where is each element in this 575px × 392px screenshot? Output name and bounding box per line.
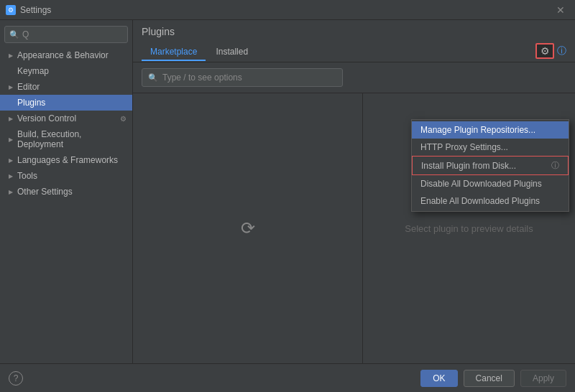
chevron-right-icon: ▶ (9, 157, 13, 164)
window-title: Settings (20, 5, 51, 15)
ok-button[interactable]: OK (420, 370, 457, 387)
tab-installed[interactable]: Installed (207, 44, 257, 61)
help-button[interactable]: ? (9, 371, 23, 386)
sidebar-item-label: Editor (17, 82, 40, 92)
dropdown-menu: Manage Plugin Repositories... HTTP Proxy… (411, 119, 569, 212)
sidebar-item-appearance[interactable]: ▶ Appearance & Behavior (0, 47, 132, 63)
sidebar-search-input[interactable] (22, 29, 123, 39)
chevron-right-icon: ▶ (9, 84, 13, 90)
tabs-row: Marketplace Installed ⚙ ⓘ (142, 43, 566, 62)
gear-icon: ⚙ (540, 45, 550, 57)
footer-left: ? (9, 371, 23, 386)
dropdown-item-enable-all[interactable]: Enable All Downloaded Plugins (412, 192, 569, 210)
footer: ? OK Cancel Apply (0, 363, 575, 392)
version-control-badge: ⚙ (120, 115, 126, 123)
plugin-search-inner[interactable]: 🔍 (142, 68, 343, 87)
loading-spinner: ⟳ (241, 218, 255, 238)
search-icon: 🔍 (9, 30, 19, 39)
title-bar-left: ⚙ Settings (6, 5, 51, 15)
chevron-right-icon: ▶ (9, 52, 13, 59)
sidebar-item-label: Version Control (17, 113, 76, 123)
cancel-button[interactable]: Cancel (464, 370, 515, 387)
sidebar-item-label: Other Settings (17, 187, 73, 197)
chevron-right-icon: ▶ (9, 173, 13, 179)
dropdown-item-disable-all[interactable]: Disable All Downloaded Plugins (412, 175, 569, 192)
footer-right: OK Cancel Apply (420, 370, 566, 387)
sidebar-item-editor[interactable]: ▶ Editor (0, 79, 132, 95)
sidebar-item-tools[interactable]: ▶ Tools (0, 168, 132, 184)
dropdown-item-label: Install Plugin from Disk... (421, 161, 516, 171)
search-icon: 🔍 (148, 73, 158, 83)
sidebar-item-languages[interactable]: ▶ Languages & Frameworks (0, 152, 132, 168)
content-header: Plugins Marketplace Installed ⚙ ⓘ (133, 20, 575, 62)
dropdown-item-label: Disable All Downloaded Plugins (420, 179, 542, 189)
chevron-right-icon: ▶ (9, 136, 13, 143)
sidebar-item-keymap[interactable]: Keymap (0, 63, 132, 79)
title-bar: ⚙ Settings ✕ (0, 0, 575, 20)
plugin-body: ⟳ Select plugin to preview details Manag… (133, 93, 575, 363)
app-icon: ⚙ (6, 5, 16, 15)
content-title: Plugins (142, 26, 566, 37)
sidebar-item-label: Appearance & Behavior (17, 50, 109, 60)
sidebar: 🔍 ▶ Appearance & Behavior Keymap ▶ Edito… (0, 20, 133, 363)
chevron-right-icon: ▶ (9, 116, 13, 122)
sidebar-search-bar[interactable]: 🔍 (4, 26, 128, 43)
chevron-right-icon: ▶ (9, 189, 13, 195)
tabs-actions: ⚙ ⓘ (535, 43, 566, 62)
sidebar-item-label: Plugins (17, 98, 45, 108)
sidebar-item-label: Build, Execution, Deployment (17, 129, 126, 149)
plugin-search-input[interactable] (162, 73, 336, 83)
plugin-search-bar: 🔍 (133, 62, 575, 93)
content-area: Plugins Marketplace Installed ⚙ ⓘ 🔍 (133, 20, 575, 363)
close-button[interactable]: ✕ (552, 3, 569, 17)
sidebar-item-label: Tools (17, 171, 37, 181)
tab-marketplace[interactable]: Marketplace (142, 44, 206, 61)
sidebar-item-label: Languages & Frameworks (17, 155, 118, 165)
main-container: 🔍 ▶ Appearance & Behavior Keymap ▶ Edito… (0, 20, 575, 363)
dropdown-item-label: HTTP Proxy Settings... (420, 142, 508, 152)
sidebar-item-other[interactable]: ▶ Other Settings (0, 184, 132, 200)
dropdown-item-shortcut: ⓘ (551, 160, 559, 171)
plugin-list: ⟳ (133, 93, 363, 363)
sidebar-item-label: Keymap (17, 66, 49, 76)
dropdown-item-manage-repos[interactable]: Manage Plugin Repositories... (412, 121, 569, 139)
info-icon[interactable]: ⓘ (557, 45, 566, 57)
dropdown-item-label: Enable All Downloaded Plugins (420, 196, 540, 206)
sidebar-item-build[interactable]: ▶ Build, Execution, Deployment (0, 126, 132, 152)
dropdown-item-install-disk[interactable]: Install Plugin from Disk... ⓘ (412, 156, 569, 175)
sidebar-item-version-control[interactable]: ▶ Version Control ⚙ (0, 111, 132, 126)
apply-button[interactable]: Apply (520, 370, 566, 387)
dropdown-item-http-proxy[interactable]: HTTP Proxy Settings... (412, 139, 569, 156)
gear-settings-button[interactable]: ⚙ (535, 43, 554, 59)
sidebar-item-plugins[interactable]: Plugins (0, 95, 132, 111)
dropdown-item-label: Manage Plugin Repositories... (420, 125, 535, 135)
